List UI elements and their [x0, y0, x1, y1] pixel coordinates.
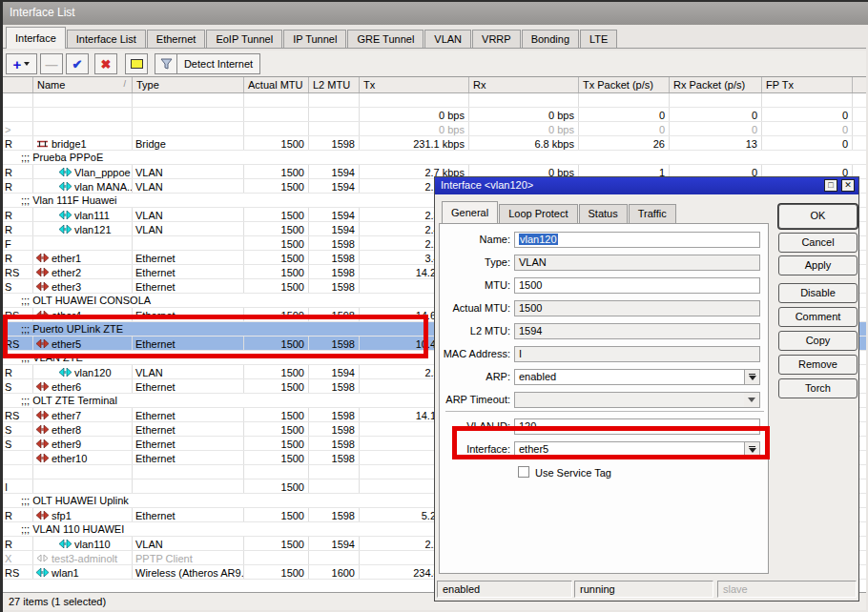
- cell-l2: 1598: [309, 379, 360, 393]
- cell-t: Ethernet: [133, 422, 244, 436]
- cell-f: I: [2, 479, 33, 493]
- type-label: Type:: [440, 256, 510, 268]
- cell-t: VLAN: [133, 208, 244, 221]
- cell-f: R: [2, 365, 33, 378]
- enable-button[interactable]: ✔: [66, 53, 89, 74]
- cell-t: VLAN: [133, 165, 244, 178]
- use-service-tag-checkbox[interactable]: [518, 466, 529, 478]
- apply-button[interactable]: Apply: [778, 255, 858, 275]
- detect-internet-button[interactable]: Detect Internet: [176, 53, 260, 74]
- cell-f: R: [2, 179, 33, 193]
- column-header-name[interactable]: Name/: [33, 77, 133, 92]
- table-row[interactable]: Rbridge1Bridge15001598231.1 kbps6.8 kbps…: [2, 136, 866, 151]
- tab-ip-tunnel[interactable]: IP Tunnel: [283, 30, 346, 49]
- cell-l2: [309, 122, 360, 135]
- column-header-rx-packet-p-s-[interactable]: Rx Packet (p/s): [670, 77, 762, 92]
- arp-dropdown-arrow-icon[interactable]: [744, 370, 759, 384]
- interface-dropdown[interactable]: ether5: [514, 441, 760, 458]
- ok-button[interactable]: OK: [778, 204, 858, 229]
- tab-bonding[interactable]: Bonding: [522, 30, 579, 49]
- tab-lte[interactable]: LTE: [580, 30, 617, 49]
- mtu-input[interactable]: 1500: [514, 277, 760, 294]
- disable-button[interactable]: ✖: [94, 53, 117, 74]
- remove-button-dialog[interactable]: Remove: [778, 355, 858, 375]
- disable-button-dialog[interactable]: Disable: [778, 283, 858, 303]
- cell-n: [33, 108, 133, 121]
- cell-f: X: [2, 551, 33, 564]
- column-header-col0[interactable]: [2, 77, 33, 92]
- dialog-tab-loop-protect[interactable]: Loop Protect: [499, 204, 577, 223]
- tab-gre-tunnel[interactable]: GRE Tunnel: [347, 30, 424, 49]
- tab-interface[interactable]: Interface: [6, 27, 66, 49]
- cell-n: ether7: [33, 408, 133, 421]
- general-tab-panel: Name: vlan120 Type: VLAN MTU: 1500 Actua…: [439, 223, 769, 574]
- tab-eoip-tunnel[interactable]: EoIP Tunnel: [206, 30, 282, 49]
- column-header-tx[interactable]: Tx: [360, 77, 469, 92]
- cell-t: Ethernet: [133, 508, 244, 521]
- filter-button[interactable]: [155, 53, 177, 74]
- cell-l2: 1594: [309, 365, 360, 378]
- torch-button[interactable]: Torch: [778, 378, 858, 398]
- comment-button-dialog[interactable]: Comment: [778, 307, 858, 327]
- cell-l2: 1598: [309, 437, 360, 450]
- column-header-l2-mtu[interactable]: L2 MTU: [309, 77, 360, 92]
- vlan-icon: [59, 368, 72, 377]
- maximize-button[interactable]: □: [824, 179, 837, 192]
- column-header-actual-mtu[interactable]: Actual MTU: [244, 77, 309, 92]
- check-icon: ✔: [72, 57, 83, 71]
- section-divider: [445, 411, 764, 412]
- interface-dropdown-arrow-icon[interactable]: [744, 442, 759, 457]
- table-row[interactable]: >0 bps0 bps0000: [2, 122, 866, 136]
- column-header-rx[interactable]: Rx: [469, 77, 579, 92]
- cell-l2: 1598: [309, 451, 360, 464]
- cell-am: 1500: [244, 179, 309, 193]
- cell-l2: 1594: [309, 208, 360, 221]
- close-button[interactable]: ✕: [841, 179, 855, 192]
- arp-timeout-dropdown-arrow-icon[interactable]: [744, 393, 759, 407]
- window-title-bar[interactable]: Interface List: [0, 0, 868, 25]
- arp-timeout-dropdown[interactable]: [514, 392, 760, 408]
- vlan-id-input[interactable]: 120: [514, 418, 760, 435]
- dialog-title-bar[interactable]: Interface <vlan120>: [435, 177, 858, 194]
- cell-t: [133, 236, 244, 250]
- tab-interface-list[interactable]: Interface List: [67, 30, 146, 49]
- arp-dropdown[interactable]: enabled: [514, 369, 760, 385]
- tab-vrrp[interactable]: VRRP: [472, 30, 521, 49]
- cell-fr: 0: [853, 136, 866, 150]
- filter-funnel-icon: [160, 58, 173, 70]
- cell-t: Ethernet: [133, 379, 244, 393]
- cell-l2: 1598: [309, 236, 360, 250]
- cell-l2: [309, 551, 360, 564]
- ethernet-icon: [36, 439, 49, 448]
- interface-dialog: Interface <vlan120> □ ✕ General Loop Pro…: [434, 176, 859, 602]
- cell-n: [33, 236, 133, 250]
- copy-button[interactable]: Copy: [778, 331, 858, 351]
- cell-f: [2, 451, 33, 464]
- comment-button[interactable]: [125, 53, 148, 74]
- column-header-type[interactable]: Type: [133, 77, 244, 92]
- cell-n: ether4: [33, 308, 133, 321]
- cell-ft: 0: [762, 136, 853, 150]
- column-header-fp-tx[interactable]: FP Tx: [762, 77, 853, 92]
- dialog-tab-status[interactable]: Status: [579, 204, 628, 223]
- remove-button[interactable]: —: [40, 53, 63, 74]
- cell-t: Ethernet: [133, 279, 244, 293]
- name-input[interactable]: vlan120: [514, 232, 760, 248]
- column-header-tx-packet-p-s-[interactable]: Tx Packet (p/s): [579, 77, 670, 92]
- add-button[interactable]: +: [6, 53, 37, 74]
- cell-am: 1500: [244, 136, 309, 150]
- tab-vlan[interactable]: VLAN: [424, 30, 471, 49]
- tab-ethernet[interactable]: Ethernet: [147, 30, 206, 49]
- cell-am: 1500: [244, 537, 309, 550]
- dialog-tab-general[interactable]: General: [442, 201, 498, 223]
- cell-n: vlan111: [33, 208, 133, 221]
- table-row[interactable]: [2, 93, 866, 108]
- cancel-button[interactable]: Cancel: [778, 233, 858, 253]
- table-row[interactable]: 0 bps0 bps0000: [2, 108, 866, 122]
- cell-am: 1500: [244, 422, 309, 436]
- comment-row[interactable]: ;;; Prueba PPPoE: [2, 151, 866, 165]
- dialog-title: Interface <vlan120>: [441, 179, 533, 191]
- column-header-col10[interactable]: [853, 77, 866, 92]
- dialog-tab-traffic[interactable]: Traffic: [629, 204, 676, 223]
- cell-am: 1500: [244, 251, 309, 264]
